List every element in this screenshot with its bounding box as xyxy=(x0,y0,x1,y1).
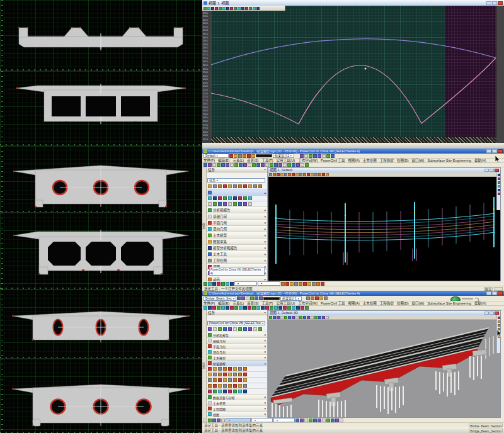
toolbar-icon[interactable] xyxy=(213,367,217,371)
menu-item[interactable]: 土木绘图 xyxy=(363,301,377,306)
toolbar-icon[interactable] xyxy=(292,306,295,310)
toolbar-icon[interactable] xyxy=(207,7,210,10)
toolbar-icon[interactable] xyxy=(265,163,269,167)
toolbar-icon[interactable] xyxy=(318,173,321,176)
toolbar-icon[interactable] xyxy=(299,316,302,319)
toolbar-icon[interactable] xyxy=(253,327,257,331)
toolbar-icon[interactable] xyxy=(203,419,207,422)
toolbar-icon[interactable] xyxy=(226,7,229,10)
task-group-selected[interactable]: ▴ xyxy=(207,189,267,196)
toolbar-icon[interactable] xyxy=(228,384,232,388)
toolbar-icon[interactable] xyxy=(280,316,284,319)
toolbar-icon[interactable] xyxy=(208,378,212,382)
toolbar-icon[interactable] xyxy=(314,173,318,176)
menu-item[interactable]: 视图(A) xyxy=(348,301,360,306)
toolbar-icon[interactable] xyxy=(238,367,242,371)
cell-combo[interactable]: 桥梁设计1 xyxy=(280,296,302,301)
toolbar-icon[interactable] xyxy=(248,327,252,331)
toolbar-icon[interactable] xyxy=(217,419,220,422)
toolbar-icon[interactable] xyxy=(213,378,217,382)
profile-window-titlebar[interactable]: 视图 1, 视图 xyxy=(202,0,504,6)
menu-item[interactable]: 文件(F) xyxy=(203,159,215,163)
toolbar-icon[interactable] xyxy=(319,296,323,300)
menu-item[interactable]: 绘图(D) xyxy=(397,301,409,306)
toolbar-icon[interactable] xyxy=(228,378,232,382)
menu-item[interactable]: 工具(T) xyxy=(261,159,273,163)
toolbar-icon[interactable] xyxy=(277,316,280,319)
toolbar-icon[interactable] xyxy=(223,327,227,331)
toolbar-icon[interactable] xyxy=(211,7,214,10)
menu-item[interactable]: 工作空间(W) xyxy=(298,301,318,306)
maximize-button[interactable] xyxy=(490,169,494,172)
toolbar-icon[interactable] xyxy=(217,282,220,286)
toolbar-icon[interactable] xyxy=(273,173,276,176)
level-display-swatch[interactable] xyxy=(256,154,272,157)
menu-item[interactable]: 工作空间(W) xyxy=(298,159,318,163)
toolbar-icon[interactable] xyxy=(238,390,242,393)
toolbar-icon[interactable] xyxy=(287,306,291,310)
toolbar-icon[interactable] xyxy=(226,282,229,286)
toolbar-icon[interactable] xyxy=(307,282,311,286)
toolbar-icon[interactable] xyxy=(318,154,321,158)
toolbar-icon[interactable] xyxy=(241,296,245,300)
toolbar-icon[interactable] xyxy=(219,7,222,10)
toolbar-icon[interactable] xyxy=(322,419,326,422)
toolbar-icon[interactable] xyxy=(230,282,234,286)
toolbar-icon[interactable] xyxy=(309,154,312,158)
selection-field[interactable] xyxy=(226,418,251,422)
toolbar-icon[interactable] xyxy=(498,189,500,191)
toolbar-icon[interactable] xyxy=(248,196,252,200)
toolbar-icon[interactable] xyxy=(303,316,306,319)
toolbar-icon[interactable] xyxy=(228,367,232,371)
toolbar-icon[interactable] xyxy=(234,163,238,167)
viewport-titlebar[interactable]: 视图 1, Default xyxy=(268,168,500,172)
toolbar-icon[interactable] xyxy=(221,282,225,286)
maximize-button[interactable] xyxy=(492,1,497,5)
menu-item[interactable]: 窗口(W) xyxy=(412,301,425,306)
status-default-cell[interactable]: 默认 xyxy=(484,287,493,291)
maximize-button[interactable] xyxy=(492,149,497,153)
toolbar-icon[interactable] xyxy=(223,367,227,371)
toolbar-icon[interactable] xyxy=(233,390,237,393)
toolbar-icon[interactable] xyxy=(208,202,212,206)
toolbar-icon[interactable] xyxy=(287,163,291,167)
toolbar-icon[interactable] xyxy=(318,419,321,422)
toolbar-icon[interactable] xyxy=(233,384,237,388)
xs-panel-pi-girder[interactable] xyxy=(0,0,202,71)
toolbar-icon[interactable] xyxy=(498,317,500,319)
toolbar-icon[interactable] xyxy=(246,296,249,300)
toolbar-icon[interactable] xyxy=(203,7,207,10)
toolbar-icon[interactable] xyxy=(498,174,500,176)
toolbar-icon[interactable] xyxy=(223,196,227,200)
task-group-row[interactable]: 竖向几何▾ xyxy=(207,226,267,232)
toolbar-icon[interactable] xyxy=(230,7,233,10)
menu-item[interactable]: 土木绘图 xyxy=(363,159,377,163)
pin-icon[interactable]: ▪▪ xyxy=(264,310,266,315)
accudraw-x-field[interactable] xyxy=(251,418,273,422)
toolbar-icon[interactable] xyxy=(252,306,256,310)
toolbar-icon[interactable] xyxy=(274,306,278,310)
pin-icon[interactable]: ▪▪ xyxy=(264,167,266,172)
toolbar-icon[interactable] xyxy=(303,173,306,176)
toolbar-icon[interactable] xyxy=(213,373,217,376)
menu-item[interactable]: 设置(S) xyxy=(247,159,258,163)
task-group-row[interactable]: 基础几何▾ xyxy=(207,338,267,344)
toolbar-icon[interactable] xyxy=(258,327,262,331)
toolbar-icon[interactable] xyxy=(292,173,295,176)
minimize-button[interactable] xyxy=(486,1,491,5)
menu-item[interactable]: 工程勘察 xyxy=(380,301,394,306)
menu-item[interactable]: 帮助(H) xyxy=(474,159,486,163)
toolbar-icon[interactable] xyxy=(294,282,298,286)
toolbar-icon[interactable] xyxy=(292,316,295,319)
toolbar-icon[interactable] xyxy=(218,327,222,331)
menu-item[interactable]: PowerCivil 工具 xyxy=(321,159,345,163)
render-window-titlebar[interactable]: C:\Users\Administrator\Desktop\...\桥梁模型.… xyxy=(202,291,504,296)
maximize-button[interactable] xyxy=(492,291,497,295)
toolbar-icon[interactable] xyxy=(340,419,343,422)
toolbar-icon[interactable] xyxy=(233,373,237,376)
toolbar-icon[interactable] xyxy=(283,163,287,167)
toolbar-icon[interactable] xyxy=(229,154,233,158)
toolbar-icon[interactable] xyxy=(280,173,284,176)
toolbar-icon[interactable] xyxy=(304,419,308,422)
toolbar-icon[interactable] xyxy=(281,282,285,286)
